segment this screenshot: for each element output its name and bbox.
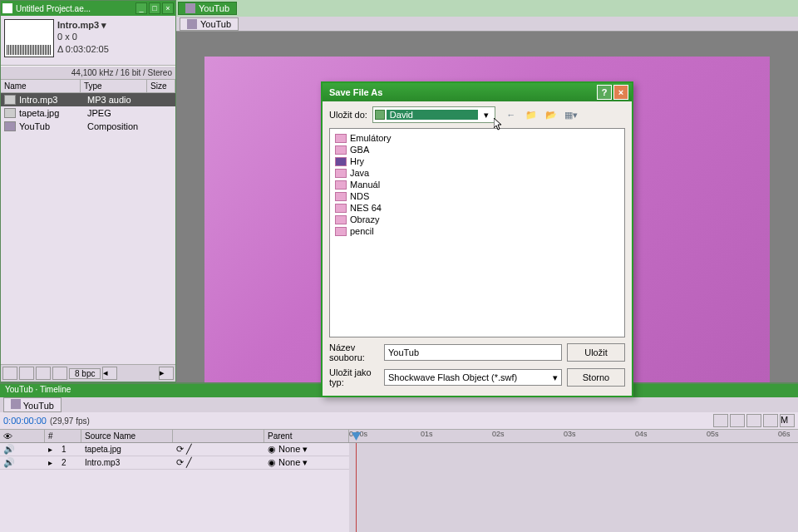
tl-tool-1[interactable] [713, 414, 728, 427]
folder-icon [335, 192, 347, 201]
folder-icon [335, 169, 347, 178]
folder-icon [335, 134, 347, 143]
time-mark: 06s [778, 430, 791, 438]
save-button[interactable]: Uložit [567, 343, 625, 362]
bpc-indicator[interactable]: 8 bpc [69, 368, 101, 379]
dialog-titlebar[interactable]: Save File As ? × [323, 83, 632, 101]
project-title: Untitled Project.ae... [14, 4, 134, 13]
inner-comp-tab[interactable]: YouTub [180, 17, 239, 31]
col-type[interactable]: Type [81, 80, 147, 92]
folder-item[interactable]: Hry [333, 155, 621, 167]
project-bottom-toolbar: 8 bpc ◂ ▸ [1, 364, 175, 382]
timeline-tab[interactable]: YouTub [3, 397, 62, 412]
dialog-title: Save File As [326, 87, 597, 97]
help-button[interactable]: ? [597, 85, 612, 100]
file-type: Composition [87, 121, 154, 131]
filename-label: Název souboru: [329, 342, 379, 362]
time-mark: 04s [635, 430, 648, 438]
file-row[interactable]: Intro.mp3MP3 audio [1, 93, 175, 106]
dialog-close-button[interactable]: × [613, 85, 628, 100]
next-button[interactable]: ▸ [159, 367, 174, 380]
folder-item[interactable]: Manuál [333, 179, 621, 190]
folder-button[interactable] [2, 367, 17, 380]
drive-icon [375, 110, 385, 120]
comp-icon [185, 3, 195, 13]
composition-window-tab[interactable]: YouTub [178, 2, 237, 15]
filetype-dropdown[interactable]: Shockwave Flash Object (*.swf) ▾ [384, 369, 562, 386]
filename-input[interactable] [384, 344, 562, 361]
folder-item[interactable]: GBA [333, 144, 621, 155]
layer-name: Intro.mp3 [81, 456, 173, 469]
location-dropdown[interactable]: David ▾ [372, 106, 495, 123]
folder-name: pencil [350, 226, 374, 236]
folder-name: Emulátory [350, 133, 392, 143]
clip-duration: Δ 0:03:02:05 [57, 43, 109, 55]
file-icon [4, 108, 16, 118]
tl-tool-2[interactable] [730, 414, 745, 427]
parent-dropdown[interactable]: ◉ None ▾ [268, 457, 308, 468]
new-folder-button[interactable] [36, 367, 51, 380]
audio-icon[interactable]: 🔊 [3, 457, 15, 468]
file-name: Intro.mp3 [19, 95, 84, 105]
tl-tool-3[interactable] [746, 414, 761, 427]
folder-icon [335, 227, 347, 236]
chevron-down-icon[interactable]: ▾ [553, 372, 558, 383]
chevron-down-icon[interactable]: ▾ [480, 110, 493, 121]
file-name: tapeta.jpg [19, 108, 84, 118]
clip-name: Intro.mp3 ▾ [57, 19, 109, 31]
folder-name: Hry [350, 156, 364, 166]
timeline-panel: YouTub · Timeline YouTub 0:00:00:00 (29,… [0, 382, 798, 532]
folder-item[interactable]: Emulátory [333, 132, 621, 144]
new-folder-icon[interactable]: 📂 [544, 107, 559, 122]
col-size[interactable]: Size [147, 80, 175, 92]
eye-icon[interactable]: 👁 [3, 431, 12, 441]
folder-icon [335, 157, 347, 166]
folder-name: GBA [350, 145, 369, 155]
col-source[interactable]: Source Name [81, 430, 173, 442]
folder-icon [335, 145, 347, 155]
tl-tool-5[interactable]: M [780, 414, 795, 427]
folder-icon [335, 180, 347, 190]
folder-name: Java [350, 168, 369, 178]
timecode[interactable]: 0:00:00:00 [3, 416, 47, 426]
cancel-button[interactable]: Storno [567, 368, 625, 387]
maximize-button[interactable]: □ [149, 2, 160, 14]
file-type: JPEG [87, 108, 154, 118]
mode-toggle[interactable]: ⟳ ╱ [176, 444, 192, 455]
file-row[interactable]: tapeta.jpgJPEG [1, 106, 175, 120]
project-panel: Untitled Project.ae... _ □ × Intro.mp3 ▾… [0, 0, 176, 382]
close-button[interactable]: × [162, 2, 174, 14]
up-folder-icon[interactable]: 📁 [524, 107, 539, 122]
new-comp-button[interactable] [19, 367, 34, 380]
layer-row[interactable]: 🔊▸2Intro.mp3⟳ ╱◉ None ▾ [0, 456, 349, 470]
tl-tool-4[interactable] [763, 414, 778, 427]
folder-name: NES 64 [350, 203, 382, 213]
minimize-button[interactable]: _ [135, 2, 147, 14]
project-icon [2, 3, 12, 13]
filetype-value: Shockwave Flash Object (*.swf) [388, 372, 517, 382]
time-mark: 05s [707, 430, 719, 438]
file-name: YouTub [19, 121, 84, 131]
mode-toggle[interactable]: ⟳ ╱ [176, 457, 192, 468]
trash-button[interactable] [52, 367, 67, 380]
save-in-label: Uložit do: [329, 110, 367, 120]
back-icon[interactable]: ← [504, 107, 519, 122]
time-mark: 03s [564, 430, 576, 438]
parent-dropdown[interactable]: ◉ None ▾ [268, 444, 308, 455]
playhead[interactable] [356, 443, 357, 532]
folder-item[interactable]: NES 64 [333, 202, 621, 214]
prev-button[interactable]: ◂ [102, 367, 117, 380]
folder-item[interactable]: NDS [333, 190, 621, 202]
folder-item[interactable]: pencil [333, 225, 621, 237]
folder-list[interactable]: EmulátoryGBAHryJavaManuálNDSNES 64Obrazy… [329, 128, 625, 337]
layer-row[interactable]: 🔊▸1tapeta.jpg⟳ ╱◉ None ▾ [0, 443, 349, 456]
file-row[interactable]: YouTubComposition [1, 120, 175, 133]
audio-icon[interactable]: 🔊 [3, 444, 15, 455]
folder-item[interactable]: Java [333, 167, 621, 179]
folder-item[interactable]: Obrazy [333, 214, 621, 225]
col-parent[interactable]: Parent [264, 430, 349, 442]
project-titlebar: Untitled Project.ae... _ □ × [1, 1, 175, 16]
filetype-label: Uložit jako typ: [329, 367, 379, 387]
col-name[interactable]: Name [1, 80, 81, 92]
view-menu-icon[interactable]: ▦▾ [564, 107, 579, 122]
